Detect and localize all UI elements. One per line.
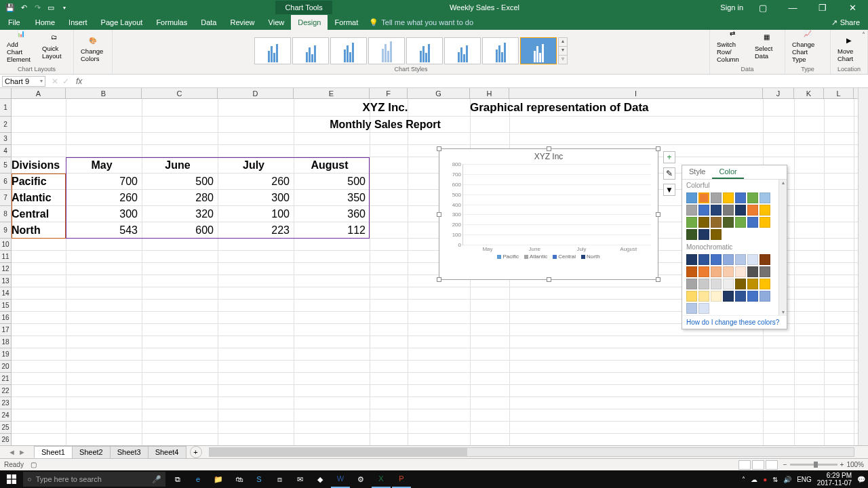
legend-North[interactable]: North <box>581 253 600 260</box>
title-graphical[interactable]: Graphical representation of Data <box>470 99 854 117</box>
row-header-19[interactable]: 19 <box>0 348 12 361</box>
color-swatch[interactable] <box>711 229 722 240</box>
color-swatch[interactable] <box>686 192 697 203</box>
col-header-I[interactable]: I <box>509 88 763 98</box>
tab-format[interactable]: Format <box>328 15 365 30</box>
select-all-corner[interactable] <box>0 88 12 99</box>
color-swatch[interactable] <box>698 205 709 216</box>
enter-formula-icon[interactable]: ✓ <box>62 77 69 86</box>
file-explorer-icon[interactable]: 📁 <box>209 470 228 488</box>
ribbon-display-icon[interactable]: ▢ <box>753 3 773 13</box>
tab-review[interactable]: Review <box>223 15 261 30</box>
color-swatch[interactable] <box>735 192 746 203</box>
touch-mode-icon[interactable]: ▭ <box>46 3 56 12</box>
row-header-6[interactable]: 6 <box>0 174 12 190</box>
color-swatch[interactable] <box>723 291 734 302</box>
col-header-J[interactable]: J <box>763 88 794 98</box>
chart-style-7[interactable] <box>482 37 519 64</box>
legend-Atlantic[interactable]: Atlantic <box>524 253 547 260</box>
title-report[interactable]: Monthly Sales Report <box>12 117 763 133</box>
color-swatch[interactable] <box>747 205 758 216</box>
tab-formulas[interactable]: Formulas <box>149 15 194 30</box>
chart-legend[interactable]: PacificAtlanticCentralNorth <box>439 253 658 260</box>
chart-style-3[interactable] <box>330 37 367 64</box>
col-header-F[interactable]: F <box>370 88 408 98</box>
zoom-slider[interactable] <box>790 464 837 466</box>
volume-icon[interactable]: 🔊 <box>783 476 791 483</box>
color-swatch[interactable] <box>686 229 697 240</box>
color-swatch[interactable] <box>686 291 697 302</box>
row-header-14[interactable]: 14 <box>0 287 12 300</box>
color-swatch[interactable] <box>698 192 709 203</box>
color-swatch[interactable] <box>698 266 709 277</box>
color-swatch[interactable] <box>711 192 722 203</box>
color-swatch[interactable] <box>735 205 746 216</box>
color-swatch[interactable] <box>747 291 758 302</box>
color-swatch[interactable] <box>686 303 697 314</box>
save-icon[interactable]: 💾 <box>5 3 15 12</box>
picker-scroll-down[interactable]: ▾ <box>779 309 787 315</box>
row-header-8[interactable]: 8 <box>0 206 12 222</box>
zoom-out-button[interactable]: − <box>783 461 787 468</box>
cancel-formula-icon[interactable]: ✕ <box>52 77 58 86</box>
onedrive-icon[interactable]: ☁ <box>751 476 757 483</box>
color-swatch[interactable] <box>698 254 709 265</box>
start-button[interactable] <box>0 474 23 484</box>
color-swatch[interactable] <box>698 229 709 240</box>
vertical-scrollbar[interactable] <box>858 88 868 445</box>
tray-chevron-icon[interactable]: ˄ <box>742 476 745 483</box>
view-page-layout-button[interactable] <box>752 460 764 470</box>
chart-styles-button[interactable]: ✎ <box>663 167 675 180</box>
color-swatch[interactable] <box>747 254 758 265</box>
sheet-nav-prev[interactable]: ◄ <box>8 448 16 456</box>
color-swatch[interactable] <box>711 205 722 216</box>
col-header-C[interactable]: C <box>142 88 218 98</box>
macro-record-icon[interactable]: ▢ <box>31 461 37 468</box>
color-swatch[interactable] <box>686 266 697 277</box>
minimize-button[interactable]: — <box>783 3 803 13</box>
col-header-A[interactable]: A <box>12 88 66 98</box>
language-indicator[interactable]: ENG <box>797 476 812 483</box>
style-gallery-more[interactable]: ▿ <box>559 55 567 64</box>
legend-Central[interactable]: Central <box>553 253 576 260</box>
settings-icon[interactable]: ⚙ <box>351 470 370 488</box>
change-colors-button[interactable]: 🎨Change Colors <box>78 32 108 64</box>
color-swatch[interactable] <box>760 254 770 265</box>
tab-design[interactable]: Design <box>291 15 328 30</box>
color-swatch[interactable] <box>723 279 734 289</box>
color-swatch[interactable] <box>686 279 697 289</box>
color-swatch[interactable] <box>723 205 734 216</box>
taskbar-search[interactable]: ○Type here to search🎤 <box>23 472 165 487</box>
move-chart-button[interactable]: ▶Move Chart <box>835 32 863 64</box>
row-header-26[interactable]: 26 <box>0 434 12 445</box>
color-swatch[interactable] <box>723 192 734 203</box>
color-swatch[interactable] <box>735 254 746 265</box>
row-header-15[interactable]: 15 <box>0 300 12 312</box>
color-swatch[interactable] <box>711 217 722 228</box>
color-swatch[interactable] <box>711 254 722 265</box>
sheet-tab-Sheet3[interactable]: Sheet3 <box>110 446 149 458</box>
tell-me-search[interactable]: 💡Tell me what you want to do <box>369 15 473 30</box>
color-swatch[interactable] <box>735 217 746 228</box>
row-header-2[interactable]: 2 <box>0 117 12 133</box>
chart-plot-area[interactable]: 0100200300400500600700800MayJuneJulyAugu… <box>462 164 651 245</box>
row-header-5[interactable]: 5 <box>0 157 12 174</box>
row-header-21[interactable]: 21 <box>0 373 12 385</box>
fx-icon[interactable]: fx <box>73 77 85 86</box>
color-swatch[interactable] <box>760 217 770 228</box>
red-circle-icon[interactable]: ● <box>763 476 767 483</box>
color-swatch[interactable] <box>698 291 709 302</box>
excel-icon[interactable]: X <box>372 470 391 488</box>
tab-view[interactable]: View <box>262 15 292 30</box>
color-swatch[interactable] <box>747 266 758 277</box>
switch-row-column-button[interactable]: ⇄Switch Row/ Column <box>714 25 751 64</box>
color-swatch[interactable] <box>686 205 697 216</box>
color-swatch[interactable] <box>686 217 697 228</box>
add-chart-element-button[interactable]: 📊Add Chart Element <box>4 25 38 64</box>
clock[interactable]: 6:29 PM2017-11-07 <box>817 472 852 487</box>
sheet-tab-Sheet2[interactable]: Sheet2 <box>72 446 111 458</box>
chart-filters-button[interactable]: ▼ <box>663 184 675 196</box>
legend-Pacific[interactable]: Pacific <box>497 253 519 260</box>
tab-data[interactable]: Data <box>194 15 223 30</box>
picker-tab-style[interactable]: Style <box>682 165 712 179</box>
